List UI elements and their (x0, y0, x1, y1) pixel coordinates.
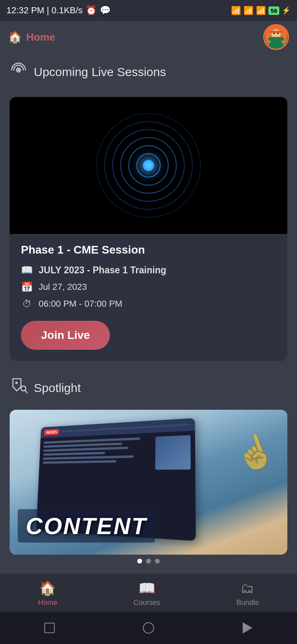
session-title: Phase 1 - CME Session (21, 244, 276, 256)
status-bar: 12:32 PM | 0.1KB/s ⏰ 💬 📶 📶 📶 56 ⚡ (0, 0, 297, 21)
join-live-button[interactable]: Join Live (21, 321, 110, 350)
calendar-icon: 📅 (21, 281, 33, 293)
pagination-dots (10, 559, 287, 564)
spotlight-icon (10, 377, 27, 398)
svg-rect-6 (269, 31, 283, 33)
nav-item-home[interactable]: 🏠 Home (38, 580, 57, 607)
meta-time: 06:00 PM - 07:00 PM (39, 299, 122, 309)
content-text-overlay: CONTENT (18, 509, 155, 543)
book-icon: 📖 (21, 264, 33, 276)
circle-center (143, 160, 154, 171)
android-navigation-bar (0, 612, 297, 644)
dot-2 (146, 559, 151, 564)
spotlight-banner[interactable]: NEWS ☝️ CONTENT (10, 410, 287, 555)
status-time-speed: 12:32 PM | 0.1KB/s ⏰ 💬 (6, 5, 111, 16)
main-content: Upcoming Live Sessions Phase 1 - CME Ses… (0, 53, 297, 576)
home-nav-link[interactable]: 🏠 Home (8, 31, 55, 44)
message-icon: 💬 (100, 5, 111, 16)
signal-icon-2: 📶 (243, 6, 254, 15)
tablet-text-block (42, 437, 152, 471)
nav-courses-label: Courses (133, 599, 160, 607)
wifi-icon: 📶 (256, 6, 266, 15)
dot-3 (155, 559, 160, 564)
spotlight-label: Spotlight (34, 381, 81, 395)
spotlight-svg (10, 377, 27, 395)
android-recent-button[interactable] (41, 620, 58, 636)
bottom-navigation: 🏠 Home 📖 Courses 🗂 Bundle (0, 573, 297, 612)
meta-date-row: 📅 Jul 27, 2023 (21, 281, 276, 293)
android-home-button[interactable] (140, 620, 157, 636)
live-sessions-label: Upcoming Live Sessions (34, 65, 166, 79)
clock-icon: ⏱ (21, 298, 33, 310)
nav-home-icon: 🏠 (39, 580, 56, 596)
avatar-svg (264, 25, 288, 49)
home-nav-label: Home (26, 31, 55, 43)
dot-1 (137, 559, 142, 564)
svg-marker-9 (13, 379, 21, 391)
svg-line-11 (25, 390, 27, 393)
live-sessions-icon (10, 61, 27, 83)
top-navigation: 🏠 Home (0, 21, 297, 53)
time-display: 12:32 PM | 0.1KB/s (6, 5, 82, 16)
nav-item-courses[interactable]: 📖 Courses (133, 580, 160, 607)
tablet-content (39, 431, 196, 475)
meta-course-row: 📖 JULY 2023 - Phase 1 Training (21, 264, 276, 276)
alarm-icon: ⏰ (86, 5, 97, 16)
status-right-icons: 📶 📶 📶 56 ⚡ (231, 6, 291, 15)
charging-icon: ⚡ (282, 6, 291, 15)
recent-icon (44, 623, 55, 633)
battery-indicator: 56 (268, 6, 279, 15)
nav-courses-icon: 📖 (138, 580, 155, 596)
session-card: Phase 1 - CME Session 📖 JULY 2023 - Phas… (10, 97, 287, 361)
session-thumbnail (10, 97, 287, 234)
nav-item-bundle[interactable]: 🗂 Bundle (236, 580, 259, 607)
svg-point-3 (269, 40, 283, 49)
back-triangle-icon (243, 622, 252, 634)
nav-bundle-label: Bundle (236, 599, 259, 607)
svg-point-8 (17, 69, 20, 71)
meta-time-row: ⏱ 06:00 PM - 07:00 PM (21, 298, 276, 310)
signal-icon-1: 📶 (231, 6, 241, 15)
avatar[interactable] (263, 24, 289, 50)
news-badge: NEWS (44, 429, 59, 435)
meta-date: Jul 27, 2023 (39, 282, 87, 292)
circles-animation (96, 113, 201, 218)
broadcast-svg (10, 61, 27, 79)
android-back-button[interactable] (239, 620, 256, 636)
live-sessions-section-header: Upcoming Live Sessions (10, 61, 287, 83)
meta-course-label: JULY 2023 - Phase 1 Training (39, 265, 166, 276)
spotlight-section: Spotlight NEWS (10, 377, 287, 564)
home-circle-icon (143, 622, 154, 634)
nav-home-label: Home (38, 599, 57, 607)
session-meta: 📖 JULY 2023 - Phase 1 Training 📅 Jul 27,… (21, 264, 276, 310)
tablet-image-block (155, 435, 191, 470)
home-icon: 🏠 (8, 31, 22, 44)
spotlight-section-header: Spotlight (10, 377, 287, 398)
avatar-image (264, 25, 288, 49)
svg-point-12 (15, 382, 18, 384)
nav-bundle-icon: 🗂 (241, 580, 254, 596)
session-info: Phase 1 - CME Session 📖 JULY 2023 - Phas… (10, 234, 287, 361)
